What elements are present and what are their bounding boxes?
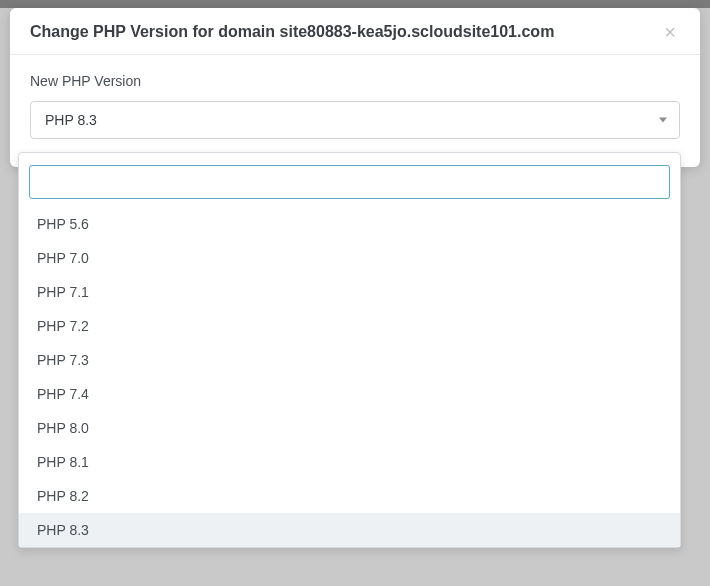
chevron-down-icon <box>659 118 667 123</box>
modal-title: Change PHP Version for domain site80883-… <box>30 23 554 41</box>
backdrop <box>0 0 710 8</box>
change-php-version-modal: Change PHP Version for domain site80883-… <box>10 8 700 167</box>
php-version-label: New PHP Version <box>30 73 680 89</box>
php-version-select[interactable]: PHP 8.3 <box>30 101 680 139</box>
option-php-7-3[interactable]: PHP 7.3 <box>19 343 680 377</box>
option-php-8-1[interactable]: PHP 8.1 <box>19 445 680 479</box>
close-button[interactable]: × <box>660 22 680 42</box>
option-php-5-6[interactable]: PHP 5.6 <box>19 207 680 241</box>
modal-body: New PHP Version PHP 8.3 <box>10 55 700 167</box>
option-php-7-4[interactable]: PHP 7.4 <box>19 377 680 411</box>
select-value: PHP 8.3 <box>45 112 97 128</box>
option-php-8-3[interactable]: PHP 8.3 <box>19 513 680 547</box>
dropdown-search-input[interactable] <box>29 165 670 199</box>
close-icon: × <box>664 21 676 43</box>
php-version-dropdown: PHP 5.6 PHP 7.0 PHP 7.1 PHP 7.2 PHP 7.3 … <box>18 152 681 548</box>
option-php-7-1[interactable]: PHP 7.1 <box>19 275 680 309</box>
modal-header: Change PHP Version for domain site80883-… <box>10 8 700 55</box>
option-php-7-2[interactable]: PHP 7.2 <box>19 309 680 343</box>
dropdown-options-list[interactable]: PHP 5.6 PHP 7.0 PHP 7.1 PHP 7.2 PHP 7.3 … <box>19 207 680 547</box>
option-php-8-0[interactable]: PHP 8.0 <box>19 411 680 445</box>
option-php-7-0[interactable]: PHP 7.0 <box>19 241 680 275</box>
dropdown-search-wrap <box>19 161 680 207</box>
option-php-8-2[interactable]: PHP 8.2 <box>19 479 680 513</box>
